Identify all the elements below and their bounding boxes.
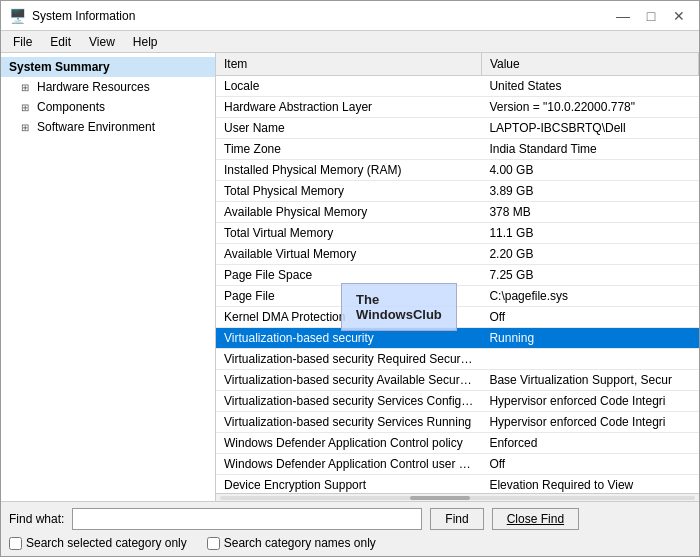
horizontal-scrollbar[interactable] — [216, 493, 699, 501]
main-window: 🖥️ System Information — □ ✕ FileEditView… — [0, 0, 700, 557]
cell-item-13: Virtualization-based security Required S… — [216, 349, 481, 370]
maximize-button[interactable]: □ — [639, 4, 663, 28]
scrollbar-track — [220, 496, 695, 500]
col-header-item: Item — [216, 53, 481, 76]
table-row[interactable]: Total Physical Memory3.89 GB — [216, 181, 699, 202]
sidebar: System Summary⊞Hardware Resources⊞Compon… — [1, 53, 216, 501]
menu-bar: FileEditViewHelp — [1, 31, 699, 53]
table-row[interactable]: Windows Defender Application Control pol… — [216, 433, 699, 454]
content-area: Item Value LocaleUnited StatesHardware A… — [216, 53, 699, 501]
cell-item-2: User Name — [216, 118, 481, 139]
table-row[interactable]: Virtualization-based security Services R… — [216, 412, 699, 433]
table-row[interactable]: Total Virtual Memory11.1 GB — [216, 223, 699, 244]
footer: Find what: Find Close Find Search select… — [1, 501, 699, 556]
cell-value-15: Hypervisor enforced Code Integri — [481, 391, 698, 412]
cell-value-11: Off — [481, 307, 698, 328]
menu-item-edit[interactable]: Edit — [42, 33, 79, 51]
cell-item-17: Windows Defender Application Control pol… — [216, 433, 481, 454]
sidebar-item-software-environment[interactable]: ⊞Software Environment — [1, 117, 215, 137]
cell-item-19: Device Encryption Support — [216, 475, 481, 494]
table-row[interactable]: Time ZoneIndia Standard Time — [216, 139, 699, 160]
menu-item-help[interactable]: Help — [125, 33, 166, 51]
cell-item-18: Windows Defender Application Control use… — [216, 454, 481, 475]
cell-item-1: Hardware Abstraction Layer — [216, 97, 481, 118]
table-row[interactable]: Available Virtual Memory2.20 GB — [216, 244, 699, 265]
cell-item-5: Total Physical Memory — [216, 181, 481, 202]
table-row[interactable]: Installed Physical Memory (RAM)4.00 GB — [216, 160, 699, 181]
sidebar-label-hardware-resources: Hardware Resources — [37, 80, 150, 94]
table-row[interactable]: Windows Defender Application Control use… — [216, 454, 699, 475]
cell-value-18: Off — [481, 454, 698, 475]
search-categories-checkbox[interactable] — [207, 537, 220, 550]
close-button[interactable]: ✕ — [667, 4, 691, 28]
cell-value-2: LAPTOP-IBCSBRTQ\Dell — [481, 118, 698, 139]
close-find-button[interactable]: Close Find — [492, 508, 579, 530]
search-selected-checkbox[interactable] — [9, 537, 22, 550]
cell-item-3: Time Zone — [216, 139, 481, 160]
cell-value-8: 2.20 GB — [481, 244, 698, 265]
title-bar: 🖥️ System Information — □ ✕ — [1, 1, 699, 31]
cell-item-12: Virtualization-based security — [216, 328, 481, 349]
table-row[interactable]: Hardware Abstraction LayerVersion = "10.… — [216, 97, 699, 118]
cell-value-4: 4.00 GB — [481, 160, 698, 181]
table-row[interactable]: Virtualization-based security Services C… — [216, 391, 699, 412]
minimize-button[interactable]: — — [611, 4, 635, 28]
table-row[interactable]: Virtualization-based securityRunning — [216, 328, 699, 349]
find-input[interactable] — [72, 508, 422, 530]
cell-item-7: Total Virtual Memory — [216, 223, 481, 244]
col-header-value: Value — [481, 53, 698, 76]
search-categories-label: Search category names only — [207, 536, 376, 550]
title-bar-controls: — □ ✕ — [611, 4, 691, 28]
cell-value-13 — [481, 349, 698, 370]
cell-item-10: Page File — [216, 286, 481, 307]
cell-item-16: Virtualization-based security Services R… — [216, 412, 481, 433]
sidebar-label-software-environment: Software Environment — [37, 120, 155, 134]
table-row[interactable]: User NameLAPTOP-IBCSBRTQ\Dell — [216, 118, 699, 139]
main-content: System Summary⊞Hardware Resources⊞Compon… — [1, 53, 699, 501]
search-categories-text: Search category names only — [224, 536, 376, 550]
cell-value-0: United States — [481, 76, 698, 97]
cell-item-11: Kernel DMA Protection — [216, 307, 481, 328]
cell-item-9: Page File Space — [216, 265, 481, 286]
find-button[interactable]: Find — [430, 508, 483, 530]
table-container: Item Value LocaleUnited StatesHardware A… — [216, 53, 699, 493]
cell-value-5: 3.89 GB — [481, 181, 698, 202]
app-icon: 🖥️ — [9, 8, 26, 24]
find-row: Find what: Find Close Find — [9, 508, 691, 530]
title-bar-left: 🖥️ System Information — [9, 8, 135, 24]
sidebar-item-system-summary[interactable]: System Summary — [1, 57, 215, 77]
cell-value-6: 378 MB — [481, 202, 698, 223]
table-row[interactable]: LocaleUnited States — [216, 76, 699, 97]
table-row[interactable]: Page File Space7.25 GB — [216, 265, 699, 286]
cell-item-4: Installed Physical Memory (RAM) — [216, 160, 481, 181]
cell-value-17: Enforced — [481, 433, 698, 454]
sidebar-item-components[interactable]: ⊞Components — [1, 97, 215, 117]
table-row[interactable]: Available Physical Memory378 MB — [216, 202, 699, 223]
table-row[interactable]: Device Encryption SupportElevation Requi… — [216, 475, 699, 494]
tree-toggle-hardware-resources[interactable]: ⊞ — [21, 82, 33, 93]
cell-value-10: C:\pagefile.sys — [481, 286, 698, 307]
menu-item-file[interactable]: File — [5, 33, 40, 51]
cell-item-15: Virtualization-based security Services C… — [216, 391, 481, 412]
cell-value-9: 7.25 GB — [481, 265, 698, 286]
cell-value-12: Running — [481, 328, 698, 349]
table-row[interactable]: Virtualization-based security Available … — [216, 370, 699, 391]
menu-item-view[interactable]: View — [81, 33, 123, 51]
checkbox-row: Search selected category only Search cat… — [9, 536, 691, 550]
table-row[interactable]: Page FileC:\pagefile.sys — [216, 286, 699, 307]
info-table: Item Value LocaleUnited StatesHardware A… — [216, 53, 699, 493]
table-row[interactable]: Virtualization-based security Required S… — [216, 349, 699, 370]
search-selected-label: Search selected category only — [9, 536, 187, 550]
cell-item-8: Available Virtual Memory — [216, 244, 481, 265]
cell-value-3: India Standard Time — [481, 139, 698, 160]
scrollbar-thumb — [410, 496, 470, 500]
sidebar-item-hardware-resources[interactable]: ⊞Hardware Resources — [1, 77, 215, 97]
cell-item-6: Available Physical Memory — [216, 202, 481, 223]
cell-item-14: Virtualization-based security Available … — [216, 370, 481, 391]
sidebar-label-components: Components — [37, 100, 105, 114]
cell-value-16: Hypervisor enforced Code Integri — [481, 412, 698, 433]
tree-toggle-components[interactable]: ⊞ — [21, 102, 33, 113]
table-row[interactable]: Kernel DMA ProtectionOff — [216, 307, 699, 328]
cell-value-1: Version = "10.0.22000.778" — [481, 97, 698, 118]
tree-toggle-software-environment[interactable]: ⊞ — [21, 122, 33, 133]
